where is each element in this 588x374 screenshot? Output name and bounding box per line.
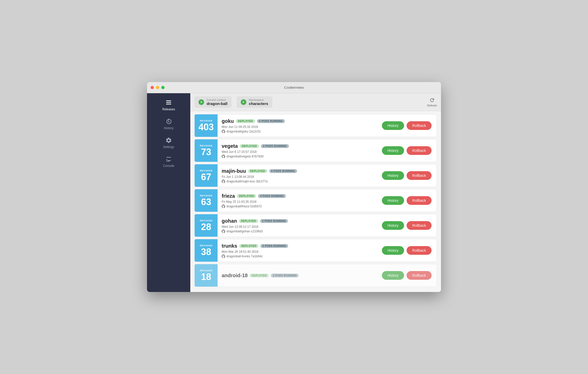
release-info: android-18 DEPLOYED 2 PODS RUNNING (218, 270, 377, 282)
rollback-button[interactable]: Rollback (407, 271, 432, 280)
rollback-button[interactable]: Rollback (407, 246, 432, 255)
refresh-icon (429, 97, 435, 103)
release-date: Fri Jun 1 13:08:44 2018 (222, 175, 373, 179)
release-card: REVISION 18 android-18 DEPLOYED 2 PODS R… (194, 264, 437, 287)
release-info: gohan DEPLOYED 2 PODS RUNNING Wed Jun 13… (218, 215, 377, 236)
history-button[interactable]: History (382, 271, 404, 280)
sidebar-item-releases[interactable]: Releases (147, 96, 190, 115)
status-badge: DEPLOYED (240, 144, 259, 148)
history-button[interactable]: History (382, 146, 404, 155)
sidebar-item-settings[interactable]: Settings (147, 133, 190, 152)
history-button[interactable]: History (382, 171, 404, 180)
pods-badge: 2 PODS RUNNING (271, 274, 299, 277)
github-icon (222, 180, 225, 183)
history-label: History (164, 126, 173, 130)
status-badge: DEPLOYED (239, 219, 258, 223)
maximize-button[interactable] (161, 86, 165, 89)
refresh-button[interactable]: Refresh (427, 97, 437, 107)
release-repo: dragonball-trunks 7a1b94c (222, 255, 373, 258)
release-card: REVISION 73 vegeta DEPLOYED 2 PODS RUNNI… (194, 139, 437, 162)
rollback-button[interactable]: Rollback (407, 121, 432, 130)
release-repo: dragonball/gohan c2106d3 (222, 230, 373, 233)
release-date: Mon Jun 11 09:25:16 2018 (222, 125, 373, 129)
release-name: android-18 (222, 273, 248, 278)
close-button[interactable] (151, 86, 154, 89)
pods-badge: 2 PODS RUNNING (260, 244, 288, 248)
minimize-button[interactable] (156, 86, 159, 89)
rollback-button[interactable]: Rollback (407, 196, 432, 205)
rollback-button[interactable]: Rollback (407, 146, 432, 155)
history-button[interactable]: History (382, 221, 404, 230)
sidebar: Releases History Settings (147, 93, 190, 292)
namespace-value: characters (249, 101, 268, 106)
main-content: ➤ Current context dragon-ball ➤ Namespac… (190, 93, 441, 292)
release-actions: History Rollback (377, 196, 437, 205)
release-actions: History Rollback (377, 271, 437, 280)
current-context-value: dragon-ball (207, 101, 228, 106)
release-repo: dragonball/goku 2a12c51 (222, 130, 373, 133)
release-card: REVISION 28 gohan DEPLOYED 2 PODS RUNNIN… (194, 214, 437, 237)
revision-block: REVISION 73 (195, 139, 218, 162)
status-badge: DEPLOYED (236, 119, 255, 123)
sidebar-item-history[interactable]: History (147, 115, 190, 133)
release-name: frieza (222, 193, 235, 199)
revision-number: 403 (198, 123, 214, 132)
release-name: goku (222, 118, 234, 124)
release-card: REVISION 63 frieza DEPLOYED 4 PODS RUNNI… (194, 189, 437, 212)
release-info: trunks DEPLOYED 2 PODS RUNNING Mon Mar 2… (218, 240, 377, 261)
github-icon (222, 155, 225, 158)
current-context-label: Current context (207, 98, 228, 101)
release-date: Wed Jun 13 09:12:17 2018 (222, 225, 373, 229)
status-badge: DEPLOYED (250, 274, 269, 277)
settings-label: Settings (163, 145, 174, 149)
pods-badge: 2 PODS RUNNING (260, 219, 288, 223)
releases-list: REVISION 403 goku DEPLOYED 6 PODS RUNNIN… (190, 111, 441, 292)
revision-block: REVISION 18 (195, 264, 218, 287)
release-info: goku DEPLOYED 6 PODS RUNNING Mon Jun 11 … (218, 115, 377, 136)
release-actions: History Rollback (377, 146, 437, 155)
release-actions: History Rollback (377, 221, 437, 230)
release-date: Wed Jun 6 17:15:57 2018 (222, 150, 373, 154)
release-repo: dragonball/frieza 02d5972 (222, 205, 373, 208)
github-icon (222, 230, 225, 233)
revision-number: 18 (201, 272, 211, 282)
history-icon (165, 118, 172, 125)
window-controls (151, 86, 165, 89)
github-icon (222, 255, 225, 258)
namespace-arrow-icon: ➤ (241, 99, 246, 105)
svg-rect-1 (166, 102, 171, 103)
pods-badge: 2 PODS RUNNING (261, 144, 289, 148)
app-window: Coolbernetes Releases History (147, 82, 441, 292)
release-card: REVISION 403 goku DEPLOYED 6 PODS RUNNIN… (194, 114, 437, 137)
history-button[interactable]: History (382, 121, 404, 130)
history-button[interactable]: History (382, 196, 404, 205)
console-icon (165, 156, 172, 163)
revision-block: REVISION 67 (195, 164, 218, 187)
revision-number: 63 (201, 197, 211, 207)
releases-label: Releases (162, 108, 175, 111)
settings-icon (165, 137, 172, 144)
revision-block: REVISION 28 (195, 214, 218, 237)
revision-block: REVISION 38 (195, 239, 218, 262)
revision-number: 67 (201, 172, 211, 182)
svg-rect-0 (166, 100, 171, 101)
rollback-button[interactable]: Rollback (407, 171, 432, 180)
titlebar: Coolbernetes (147, 82, 441, 93)
namespace-item: ➤ Namespace characters (237, 96, 272, 108)
release-repo: dragonball/vegeta 87b7830 (222, 155, 373, 158)
pods-badge: 4 PODS RUNNING (258, 194, 286, 198)
release-repo: dragonball/majin-buu 3dc377a (222, 180, 373, 183)
release-name: trunks (222, 243, 237, 249)
revision-block: REVISION 403 (195, 114, 218, 137)
console-label: Console (163, 164, 174, 168)
history-button[interactable]: History (382, 246, 404, 255)
list-icon (165, 99, 172, 106)
release-card: REVISION 38 trunks DEPLOYED 2 PODS RUNNI… (194, 239, 437, 262)
refresh-label: Refresh (427, 104, 437, 107)
release-name: majin-buu (222, 168, 246, 174)
status-badge: DEPLOYED (239, 244, 258, 248)
sidebar-item-console[interactable]: Console (147, 152, 190, 171)
revision-number: 28 (201, 222, 211, 232)
rollback-button[interactable]: Rollback (407, 221, 432, 230)
status-badge: DEPLOYED (248, 169, 267, 173)
